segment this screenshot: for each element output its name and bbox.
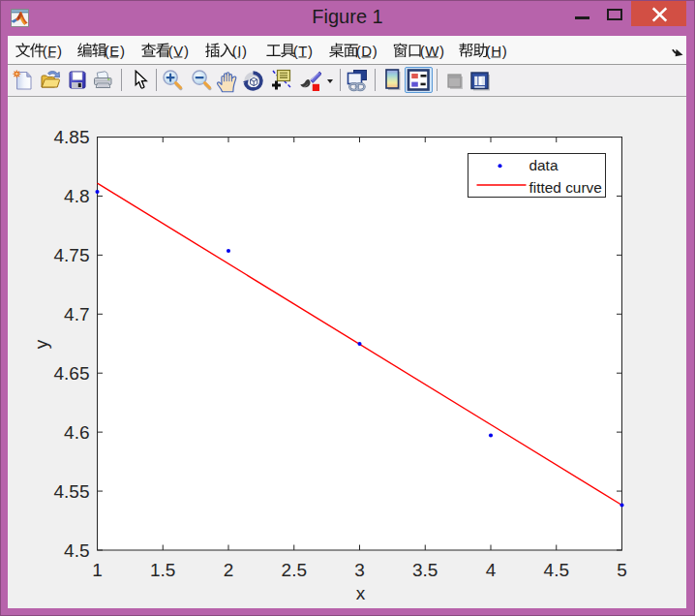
svg-text:2: 2 [224, 560, 234, 580]
svg-text:1: 1 [92, 560, 103, 580]
svg-text:4.85: 4.85 [54, 127, 90, 147]
svg-text:fitted curve: fitted curve [529, 179, 602, 196]
svg-text:4.5: 4.5 [64, 540, 89, 561]
svg-text:2.5: 2.5 [282, 560, 307, 580]
svg-text:4.8: 4.8 [64, 186, 89, 206]
svg-text:3: 3 [354, 560, 365, 580]
svg-text:x: x [356, 583, 366, 603]
svg-text:data: data [529, 157, 559, 173]
svg-text:4.65: 4.65 [54, 363, 90, 384]
svg-text:4.7: 4.7 [64, 304, 89, 324]
svg-text:3.5: 3.5 [412, 560, 438, 580]
svg-text:5: 5 [617, 560, 627, 580]
svg-text:y: y [31, 339, 51, 349]
svg-text:4: 4 [486, 560, 497, 580]
svg-text:1.5: 1.5 [150, 560, 175, 580]
svg-text:4.6: 4.6 [64, 422, 89, 443]
svg-text:4.5: 4.5 [544, 560, 569, 580]
svg-text:4.55: 4.55 [54, 481, 90, 502]
svg-text:4.75: 4.75 [54, 245, 90, 265]
